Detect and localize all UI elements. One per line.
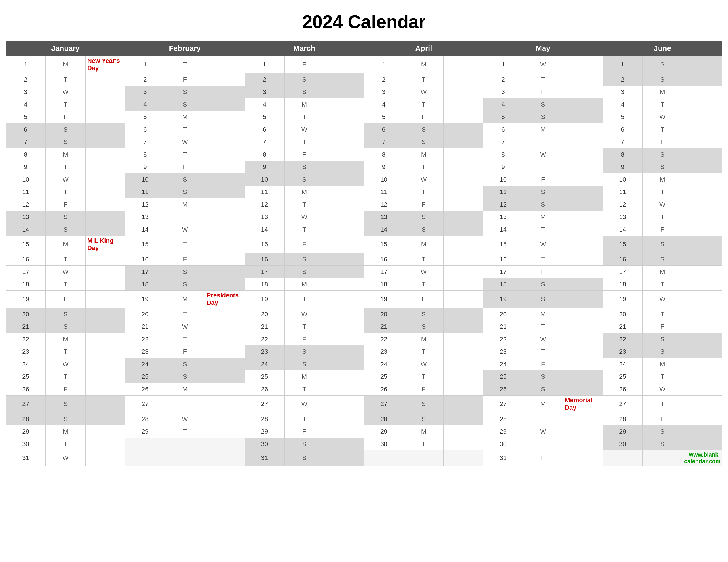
day-number: 28 [603, 413, 643, 425]
day-letter: W [404, 358, 444, 370]
day-event [682, 253, 722, 266]
day-number: 21 [483, 320, 523, 333]
calendar-row: 6S6T6W6S6M6T [6, 123, 722, 136]
day-event [563, 425, 603, 438]
day-event [563, 253, 603, 266]
day-number: 19 [245, 290, 284, 308]
day-event [563, 56, 603, 73]
day-letter: S [643, 425, 683, 438]
day-event [205, 278, 245, 290]
day-number: 27 [245, 395, 284, 413]
day-letter: S [165, 186, 205, 198]
day-event [682, 148, 722, 161]
day-event [444, 173, 483, 186]
day-number: 30 [6, 438, 46, 450]
day-letter: S [523, 186, 563, 198]
day-letter: F [165, 73, 205, 86]
day-number: 29 [603, 425, 643, 438]
day-number: 24 [603, 358, 643, 370]
day-event [563, 290, 603, 308]
day-letter: M [45, 236, 85, 253]
day-event [85, 86, 125, 98]
day-event [324, 236, 364, 253]
day-letter: T [165, 425, 205, 438]
day-event [324, 345, 364, 358]
day-letter: S [45, 136, 85, 148]
day-letter: T [643, 308, 683, 320]
day-letter: M [404, 425, 444, 438]
day-letter: T [523, 253, 563, 266]
day-number: 9 [125, 161, 165, 173]
day-number: 18 [245, 278, 284, 290]
day-event [682, 86, 722, 98]
day-number: 24 [483, 358, 523, 370]
day-number: 15 [245, 236, 284, 253]
day-letter: T [523, 413, 563, 425]
day-event [205, 308, 245, 320]
day-number: 20 [245, 308, 284, 320]
day-letter: F [45, 111, 85, 123]
day-letter: T [404, 73, 444, 86]
day-letter: W [523, 236, 563, 253]
day-number: 1 [603, 56, 643, 73]
day-event [444, 123, 483, 136]
day-letter: M [284, 370, 324, 383]
day-event [85, 278, 125, 290]
day-event [85, 253, 125, 266]
day-event [682, 358, 722, 370]
day-event [682, 98, 722, 111]
day-number: 4 [245, 98, 284, 111]
day-event [205, 161, 245, 173]
calendar-row: 25T25S25M25T25S25T [6, 370, 722, 383]
day-number: 31 [245, 450, 284, 466]
day-number: 25 [245, 370, 284, 383]
day-event [324, 148, 364, 161]
day-letter: W [643, 111, 683, 123]
day-letter: S [165, 278, 205, 290]
day-event [444, 333, 483, 345]
day-number: 10 [6, 173, 46, 186]
day-number: 24 [364, 358, 404, 370]
day-letter: S [523, 111, 563, 123]
day-letter: W [45, 173, 85, 186]
day-event [324, 320, 364, 333]
day-event [563, 186, 603, 198]
day-event [682, 161, 722, 173]
day-event [85, 98, 125, 111]
day-number: 9 [245, 161, 284, 173]
day-letter: T [45, 98, 85, 111]
day-letter: T [165, 395, 205, 413]
day-event [205, 236, 245, 253]
day-number: 12 [603, 198, 643, 211]
calendar-row: 5F5M5T5F5S5W [6, 111, 722, 123]
day-number: 19 [6, 290, 46, 308]
day-event [444, 253, 483, 266]
day-number: 30 [245, 438, 284, 450]
day-letter: S [404, 413, 444, 425]
calendar-row: 20S20T20W20S20M20T [6, 308, 722, 320]
day-event [444, 370, 483, 383]
day-number: 15 [125, 236, 165, 253]
day-letter: T [404, 186, 444, 198]
day-number: 3 [245, 86, 284, 98]
day-event [324, 186, 364, 198]
day-event [444, 266, 483, 278]
day-event [444, 345, 483, 358]
day-event [205, 86, 245, 98]
day-number: 17 [125, 266, 165, 278]
day-letter: M [45, 333, 85, 345]
day-event: M L King Day [85, 236, 125, 253]
day-number: 30 [603, 438, 643, 450]
day-number: 29 [245, 425, 284, 438]
day-number: 21 [603, 320, 643, 333]
day-event [563, 345, 603, 358]
day-number: 26 [483, 383, 523, 395]
footer-link[interactable]: www.blank-calendar.com [682, 450, 722, 466]
day-letter: W [523, 56, 563, 73]
day-event [444, 136, 483, 148]
day-letter: T [523, 161, 563, 173]
day-letter: M [165, 198, 205, 211]
day-number: 18 [125, 278, 165, 290]
day-letter: T [284, 136, 324, 148]
day-letter: S [404, 136, 444, 148]
